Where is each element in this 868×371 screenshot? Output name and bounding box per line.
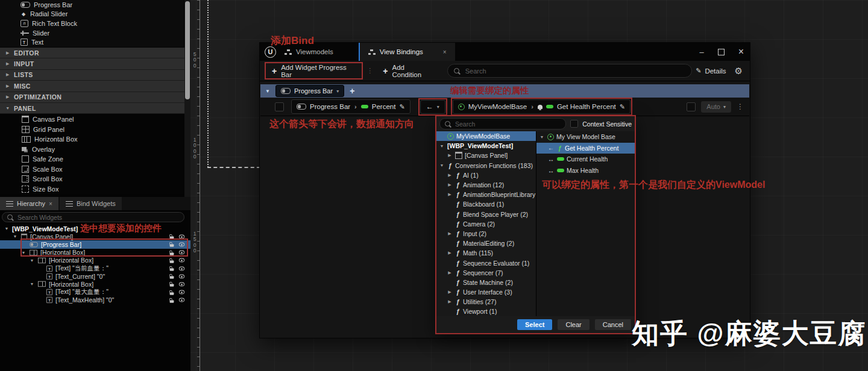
eye-icon[interactable]	[179, 290, 184, 295]
lock-icon[interactable]	[170, 252, 174, 255]
palette-item[interactable]: Progress Bar	[0, 0, 184, 10]
eye-icon[interactable]	[179, 266, 184, 270]
bindings-search-input[interactable]	[464, 67, 685, 75]
chevron-down-icon[interactable]: ▼	[29, 282, 35, 286]
binding-target-button[interactable]: MyViewModelBase Get Health Percent	[453, 99, 631, 114]
details-button[interactable]: Details	[692, 67, 729, 75]
add-binding-icon[interactable]	[350, 86, 354, 96]
chevron-right-icon[interactable]: ▶	[447, 153, 453, 158]
palette-item[interactable]: Canvas Panel	[0, 114, 184, 125]
picker-tree-row[interactable]: ↔Max Health	[536, 165, 635, 176]
chevron-right-icon[interactable]: ▶	[447, 299, 453, 304]
palette-category[interactable]: ▶INPUT	[0, 58, 184, 69]
picker-tree-row[interactable]: Camera (2)	[436, 219, 536, 229]
hierarchy-row[interactable]: [Text] "最大血量："	[0, 288, 190, 296]
tab-view-bindings[interactable]: View Bindings	[359, 43, 455, 61]
palette-item[interactable]: Safe Zone	[0, 154, 184, 164]
picker-tree-row[interactable]: Blend Space Player (2)	[436, 210, 536, 219]
close-icon[interactable]	[738, 46, 744, 57]
close-icon[interactable]	[49, 201, 52, 207]
lock-icon[interactable]	[170, 284, 174, 287]
binding-source-button[interactable]: Progress Bar Percent	[291, 99, 410, 114]
picker-tree-row[interactable]: ▼[WBP_ViewModeTest]	[436, 141, 536, 151]
palette-item[interactable]: Rich Text Block	[0, 19, 184, 28]
chevron-down-icon[interactable]: ▼	[12, 234, 18, 238]
palette-category[interactable]: ▶MISC	[0, 81, 184, 92]
eye-icon[interactable]	[179, 251, 184, 255]
lock-icon[interactable]	[170, 245, 174, 247]
picker-tree-row[interactable]: ▼Conversion Functions (183)	[436, 161, 536, 170]
palette-item[interactable]: Text	[0, 37, 184, 47]
picker-tree-row[interactable]: ▼My View Model Base	[536, 131, 635, 143]
hierarchy-row[interactable]: [Text_MaxHealth] "0"	[0, 296, 190, 304]
row-options-icon[interactable]	[737, 102, 744, 111]
palette-item[interactable]: Radial Slider	[0, 10, 184, 19]
hierarchy-row[interactable]: [Text] "当前血量："	[0, 264, 190, 272]
chevron-right-icon[interactable]: ▶	[447, 290, 453, 295]
maximize-icon[interactable]	[718, 49, 725, 55]
window-titlebar[interactable]: Viewmodels View Bindings	[260, 43, 750, 61]
chevron-down-icon[interactable]: ▼	[439, 163, 445, 167]
palette-item[interactable]: Size Box	[0, 184, 184, 195]
lock-icon[interactable]	[170, 237, 174, 239]
picker-tree-row[interactable]: ▶AnimationBlueprintLibrary	[436, 190, 536, 199]
edit-icon[interactable]	[399, 103, 404, 111]
hierarchy-row[interactable]: ▼[Horizontal Box]	[0, 280, 190, 288]
picker-tree-row[interactable]: ▶AI (1)	[436, 170, 536, 180]
select-button[interactable]: Select	[517, 319, 552, 330]
binding-checkbox[interactable]	[275, 102, 284, 111]
minimize-icon[interactable]	[699, 48, 703, 57]
edit-icon[interactable]	[620, 103, 625, 111]
palette-scrollbar-track[interactable]	[184, 0, 190, 199]
widget-group-dropdown[interactable]: Progress Bar	[275, 85, 344, 97]
add-condition-button[interactable]: Add Condition	[377, 64, 439, 78]
eye-icon[interactable]	[179, 258, 184, 263]
chevron-right-icon[interactable]: ▶	[447, 192, 453, 197]
tab-hierarchy[interactable]: Hierarchy	[0, 197, 58, 210]
palette-item[interactable]: Scale Box	[0, 164, 184, 175]
picker-tree-row[interactable]: Sequence Evaluator (1)	[436, 258, 536, 267]
hierarchy-row[interactable]: [Text_Current] "0"	[0, 272, 190, 280]
binding-enabled-checkbox[interactable]	[687, 102, 696, 111]
chevron-down-icon[interactable]: ▼	[29, 258, 35, 263]
picker-tree-row[interactable]: MaterialEditing (2)	[436, 238, 536, 248]
picker-tree-row[interactable]: ▶Math (115)	[436, 248, 536, 258]
picker-tree-row[interactable]: State Machine (2)	[436, 278, 536, 287]
picker-tree-row[interactable]: ←Get Health Percent	[536, 143, 635, 154]
hierarchy-search-box[interactable]	[2, 212, 184, 222]
chevron-right-icon[interactable]: ▶	[447, 231, 453, 236]
eye-icon[interactable]	[179, 243, 184, 247]
palette-item[interactable]: Overlay	[0, 145, 184, 155]
chevron-down-icon[interactable]: ▼	[439, 144, 445, 148]
lock-icon[interactable]	[170, 268, 174, 270]
binding-direction-button[interactable]: ←	[420, 100, 445, 114]
bindings-search-box[interactable]	[447, 64, 692, 78]
update-mode-dropdown[interactable]: Auto	[701, 101, 731, 113]
chevron-right-icon[interactable]: ▶	[447, 173, 453, 178]
chevron-down-icon[interactable]: ▼	[4, 226, 10, 231]
chevron-right-icon[interactable]: ▶	[447, 270, 453, 275]
palette-item[interactable]: Grid Panel	[0, 125, 184, 135]
add-widget-button[interactable]: Add Widget Progress Bar	[266, 63, 362, 78]
context-sensitive-checkbox[interactable]	[570, 120, 578, 128]
picker-tree-row[interactable]: ▶Input (2)	[436, 229, 536, 238]
hierarchy-row[interactable]: [Progress Bar]	[0, 240, 190, 248]
palette-category-panel[interactable]: ▼PANEL	[0, 103, 184, 114]
picker-tree-row[interactable]: ▶[Canvas Panel]	[436, 151, 536, 160]
lock-icon[interactable]	[170, 292, 174, 295]
eye-icon[interactable]	[179, 298, 184, 302]
lock-icon[interactable]	[170, 276, 174, 279]
palette-item[interactable]: Scroll Box	[0, 174, 184, 184]
eye-icon[interactable]	[179, 282, 184, 287]
hierarchy-search-input[interactable]	[16, 213, 179, 222]
eye-icon[interactable]	[179, 274, 184, 278]
gear-icon[interactable]	[735, 66, 743, 76]
picker-search-input[interactable]	[454, 120, 561, 128]
clear-button[interactable]: Clear	[558, 319, 589, 330]
palette-scrollbar-thumb[interactable]	[185, 1, 190, 99]
picker-search-box[interactable]	[439, 118, 566, 129]
picker-tree-row[interactable]: Viewport (1)	[436, 307, 536, 316]
picker-tree-row[interactable]: Blackboard (1)	[436, 199, 536, 209]
picker-tree-row[interactable]: MyViewModelBase	[436, 131, 536, 141]
palette-category[interactable]: ▶OPTIMIZATION	[0, 92, 184, 103]
